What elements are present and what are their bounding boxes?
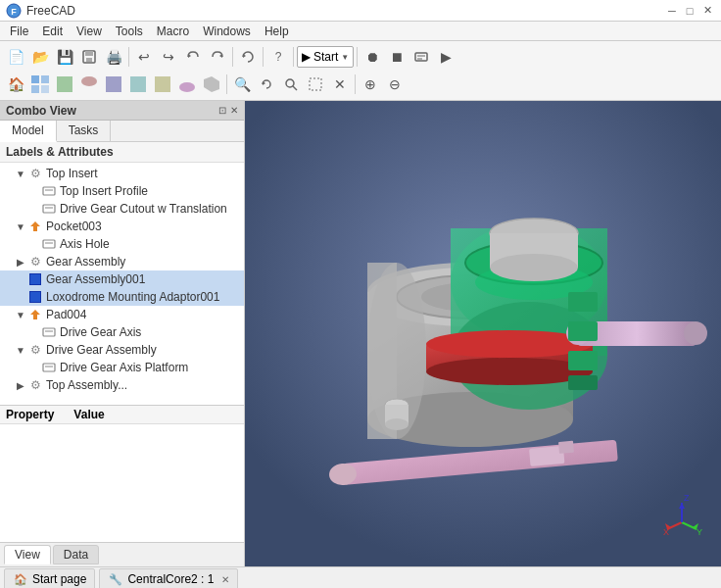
svg-rect-66 (568, 321, 598, 341)
start-dropdown[interactable]: ▶ Start ▼ (297, 46, 354, 68)
bottom-tab-view[interactable]: View (4, 545, 51, 564)
combo-view-controls: ⊡ ✕ (218, 105, 238, 116)
menu-view[interactable]: View (71, 24, 108, 39)
tree-item-pad004[interactable]: ▼ Pad004 (0, 306, 244, 323)
tree-area[interactable]: ▼ ⚙ Top Insert Top Insert Profile Drive … (0, 163, 244, 405)
record-button[interactable]: ⏺ (360, 45, 384, 69)
stop-button[interactable]: ⏹ (385, 45, 409, 69)
play-button[interactable]: ▶ (434, 45, 457, 69)
refresh-button[interactable] (236, 45, 260, 69)
tree-item-gear-assembly001[interactable]: Gear Assembly001 (0, 270, 244, 288)
svg-rect-3 (85, 51, 93, 56)
svg-rect-18 (106, 76, 121, 92)
view-left-button[interactable] (126, 73, 150, 96)
svg-text:F: F (11, 7, 17, 17)
svg-text:Y: Y (697, 527, 702, 537)
toggle-gear-assembly[interactable]: ▶ (14, 257, 27, 268)
label-top-insert: Top Insert (46, 167, 98, 180)
menu-macro[interactable]: Macro (151, 24, 195, 39)
centralcore-close-icon[interactable]: ✕ (221, 574, 229, 585)
print-button[interactable]: 🖨️ (102, 45, 125, 69)
bottom-tab-data[interactable]: Data (53, 545, 99, 564)
macro-button[interactable] (409, 45, 433, 69)
minimize-button[interactable]: ─ (664, 3, 680, 19)
view-iso1-button[interactable] (200, 73, 223, 96)
properties-panel: Property Value (0, 405, 244, 542)
status-centralcore[interactable]: 🔧 CentralCore2 : 1 ✕ (99, 568, 238, 588)
home-view-button[interactable]: 🏠 (4, 73, 27, 96)
float-button[interactable]: ⊡ (218, 105, 226, 116)
tree-item-drive-gear-assembly[interactable]: ▼ ⚙ Drive Gear Assembly (0, 341, 244, 359)
toggle-top-assembly[interactable]: ▶ (14, 380, 27, 391)
toggle-pocket003[interactable]: ▼ (14, 221, 27, 232)
toggle-drive-gear-assembly[interactable]: ▼ (14, 345, 27, 356)
view-back-button[interactable] (151, 73, 174, 96)
close-button[interactable]: ✕ (699, 3, 715, 19)
tree-item-top-insert[interactable]: ▼ ⚙ Top Insert (0, 165, 244, 182)
view-top-button[interactable] (77, 73, 101, 96)
sep-view2 (355, 74, 356, 94)
menu-tools[interactable]: Tools (110, 24, 149, 39)
toggle-pad004[interactable]: ▼ (14, 310, 27, 320)
tree-item-gear-assembly[interactable]: ▶ ⚙ Gear Assembly (0, 253, 244, 270)
centralcore-label: CentralCore2 : 1 (127, 572, 214, 586)
menu-file[interactable]: File (4, 24, 34, 39)
svg-rect-16 (57, 76, 72, 92)
profile-icon-axis-hole (41, 236, 57, 252)
sep1 (128, 47, 129, 67)
profile-icon-drive-gear-axis (41, 324, 57, 340)
combo-view-header: Combo View ⊡ ✕ (0, 101, 244, 121)
view-more-button[interactable]: ⊕ (359, 73, 382, 96)
tab-tasks[interactable]: Tasks (57, 121, 112, 141)
new-button[interactable]: 📄 (4, 45, 27, 69)
svg-rect-67 (568, 351, 598, 370)
svg-rect-35 (43, 328, 55, 336)
redo2-button[interactable] (206, 45, 229, 69)
menu-edit[interactable]: Edit (36, 24, 69, 39)
tree-item-top-insert-profile[interactable]: Top Insert Profile (0, 182, 244, 200)
toolbar-row-2: 🏠 🔍 (4, 71, 717, 98)
zoom-button[interactable] (279, 73, 303, 96)
view-bottom-button[interactable] (175, 73, 199, 96)
properties-header: Property Value (0, 406, 244, 424)
profile-icon-drive-gear (41, 201, 57, 217)
app-icon: F (6, 3, 22, 19)
tree-item-axis-hole[interactable]: Axis Hole (0, 235, 244, 253)
maximize-button[interactable]: □ (682, 3, 697, 19)
start-dropdown-label: Start (313, 50, 338, 64)
viewport[interactable]: X Y Z (245, 101, 721, 566)
redo-button[interactable]: ↪ (157, 45, 180, 69)
tree-item-top-assembly[interactable]: ▶ ⚙ Top Assembly... (0, 376, 244, 394)
open-button[interactable]: 📂 (28, 45, 52, 69)
axis-indicator: X Y Z (657, 488, 706, 537)
tree-item-drive-gear-axis[interactable]: Drive Gear Axis (0, 323, 244, 341)
select-button[interactable] (304, 73, 327, 96)
view-right-button[interactable] (102, 73, 125, 96)
menu-windows[interactable]: Windows (197, 24, 257, 39)
tree-item-drive-gear-axis-platform[interactable]: Drive Gear Axis Platform (0, 359, 244, 376)
svg-text:Z: Z (684, 493, 690, 503)
status-start-page[interactable]: 🏠 Start page (4, 568, 95, 588)
menu-bar: File Edit View Tools Macro Windows Help (0, 22, 721, 41)
undo-button[interactable]: ↩ (132, 45, 156, 69)
label-drive-gear-cutout: Drive Gear Cutout w Translation (60, 202, 227, 216)
pan-button[interactable]: 🔍 (230, 73, 254, 96)
menu-help[interactable]: Help (259, 24, 295, 39)
view-3d-button[interactable] (28, 73, 52, 96)
view-less-button[interactable]: ⊖ (383, 73, 407, 96)
nav-button[interactable]: ? (266, 45, 290, 69)
toggle-top-insert[interactable]: ▼ (14, 169, 27, 179)
save-button[interactable]: 💾 (53, 45, 76, 69)
rotate-button[interactable] (255, 73, 278, 96)
tree-item-loxodrome[interactable]: Loxodrome Mounting Adaptor001 (0, 288, 244, 306)
title-bar: F FreeCAD ─ □ ✕ (0, 0, 721, 22)
stop-action-button[interactable]: ✕ (328, 73, 352, 96)
tree-item-drive-gear-cutout[interactable]: Drive Gear Cutout w Translation (0, 200, 244, 218)
combo-close-button[interactable]: ✕ (230, 105, 238, 116)
saveas-button[interactable] (77, 45, 101, 69)
undo2-button[interactable] (181, 45, 205, 69)
tree-item-pocket003[interactable]: ▼ Pocket003 (0, 218, 244, 235)
view-front-button[interactable] (53, 73, 76, 96)
start-page-label: Start page (32, 572, 86, 586)
tab-model[interactable]: Model (0, 121, 57, 142)
